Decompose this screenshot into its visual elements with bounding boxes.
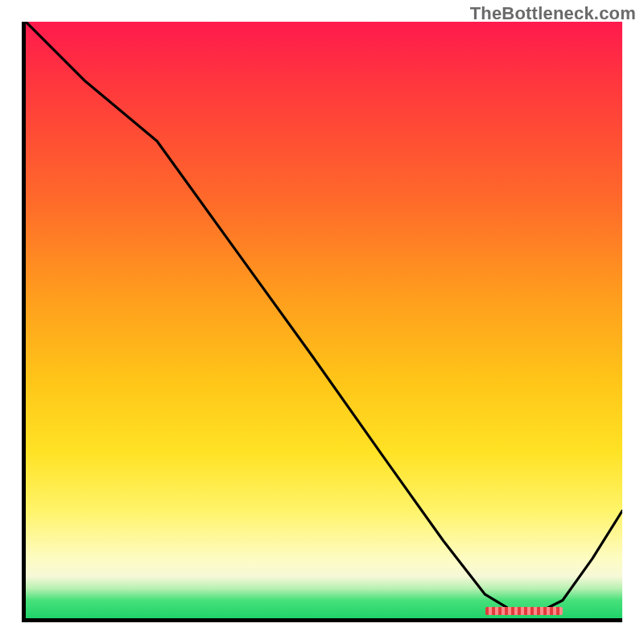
curve-path bbox=[26, 22, 622, 613]
bottleneck-curve bbox=[26, 22, 622, 618]
plot-area bbox=[26, 22, 622, 618]
chart-stage: TheBottleneck.com bbox=[0, 0, 644, 644]
optimal-range-marker bbox=[485, 607, 563, 615]
axes-frame bbox=[22, 22, 622, 622]
